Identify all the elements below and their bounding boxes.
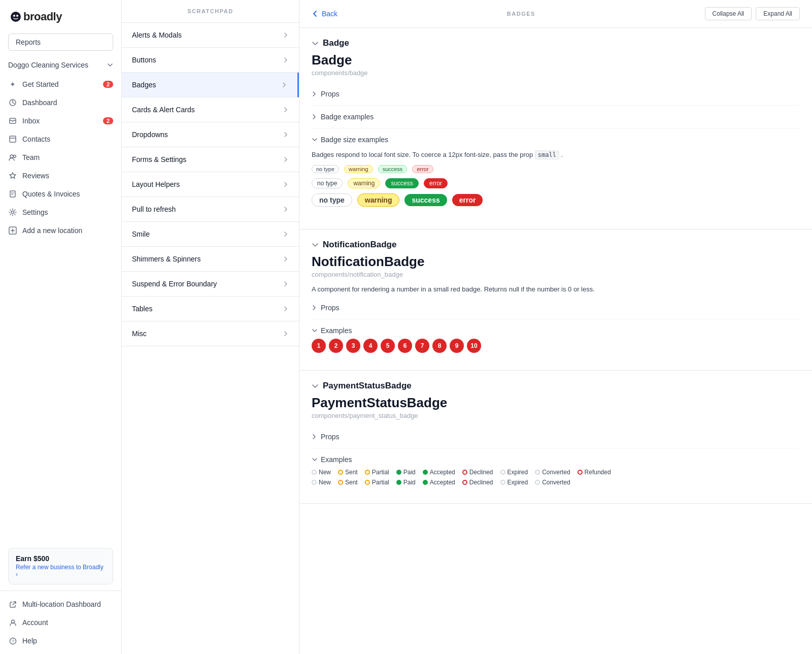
earn-subtitle[interactable]: Refer a new business to Broadly › — [16, 564, 106, 578]
collapse-all-button[interactable]: Collapse All — [705, 7, 752, 20]
svg-point-0 — [11, 12, 21, 22]
scratchpad-item-forms[interactable]: Forms & Settings — [122, 147, 299, 172]
declined-dot-2 — [462, 480, 467, 485]
reports-button[interactable]: Reports — [8, 34, 113, 51]
scratchpad-item-misc[interactable]: Misc — [122, 321, 299, 346]
logo-text: broadly — [23, 10, 62, 23]
sidebar-item-contacts[interactable]: Contacts — [0, 130, 121, 148]
sidebar-item-label: Multi-location Dashboard — [22, 600, 101, 608]
payment-label: Refunded — [585, 469, 611, 476]
sidebar-item-help[interactable]: ? Help — [0, 632, 121, 650]
payment-item-accepted-2: Accepted — [423, 479, 455, 486]
expand-all-button[interactable]: Expand All — [756, 7, 800, 20]
payment-item-paid: Paid — [396, 469, 416, 476]
payment-badge-section-header[interactable]: PaymentStatusBadge — [312, 381, 800, 391]
payment-examples-toggle[interactable]: Examples — [312, 455, 800, 464]
scratchpad-item-badges[interactable]: Badges — [122, 73, 299, 97]
notif-circle-6: 6 — [398, 339, 412, 353]
sidebar-item-label: Help — [22, 637, 37, 645]
sidebar-item-add-location[interactable]: Add a new location — [0, 221, 121, 240]
reviews-icon — [8, 171, 17, 180]
svg-point-7 — [10, 155, 13, 158]
content-header: Back BADGES Collapse All Expand All — [299, 0, 812, 28]
badge-examples-toggle[interactable]: Badge examples — [312, 113, 800, 121]
notif-props-toggle[interactable]: Props — [312, 304, 800, 312]
scratchpad-item-label: Tables — [132, 305, 152, 313]
sidebar-item-quotes-invoices[interactable]: Quotes & Invoices — [0, 185, 121, 203]
badge-props-toggle[interactable]: Props — [312, 90, 800, 98]
badge-no-type-md: no type — [312, 178, 343, 188]
payment-label: New — [319, 469, 331, 476]
scratchpad-item-shimmers[interactable]: Shimmers & Spinners — [122, 247, 299, 272]
payment-label: Expired — [507, 469, 528, 476]
account-icon — [8, 618, 17, 627]
payment-item-converted-2: Converted — [535, 479, 570, 486]
payment-item-partial-2: Partial — [365, 479, 389, 486]
payment-item-sent: Sent — [338, 469, 358, 476]
scratchpad-item-buttons[interactable]: Buttons — [122, 48, 299, 73]
payment-props-toggle[interactable]: Props — [312, 433, 800, 441]
payment-item-new: New — [312, 469, 331, 476]
sidebar-item-settings[interactable]: Settings — [0, 203, 121, 221]
sent-dot-2 — [338, 480, 343, 485]
partial-dot — [365, 470, 370, 475]
sidebar-item-dashboard[interactable]: Dashboard — [0, 93, 121, 112]
badge-section-header[interactable]: Badge — [312, 38, 800, 48]
chevron-right-icon — [283, 132, 289, 138]
scratchpad-item-layout[interactable]: Layout Helpers — [122, 172, 299, 197]
sidebar-item-get-started[interactable]: ✦ Get Started 2 — [0, 75, 121, 93]
payment-label: Paid — [403, 469, 416, 476]
scratchpad-item-dropdowns[interactable]: Dropdowns — [122, 122, 299, 147]
badge-row-small: no type warning success error — [312, 165, 800, 173]
sidebar-item-multi-location[interactable]: Multi-location Dashboard — [0, 595, 121, 613]
chevron-down-icon — [312, 328, 318, 334]
svg-point-12 — [12, 211, 14, 214]
inbox-badge: 2 — [103, 117, 113, 124]
svg-rect-9 — [10, 191, 15, 197]
paid-dot-2 — [396, 480, 401, 485]
svg-point-1 — [13, 15, 15, 17]
notif-circle-3: 3 — [346, 339, 360, 353]
scratchpad-item-label: Layout Helpers — [132, 180, 180, 188]
chevron-right-icon — [283, 156, 289, 162]
sidebar-item-team[interactable]: Team — [0, 148, 121, 167]
chevron-right-icon — [283, 331, 289, 337]
sidebar: broadly Reports Doggo Cleaning Services … — [0, 0, 122, 654]
back-link[interactable]: Back — [312, 10, 337, 18]
earn-title: Earn $500 — [16, 554, 106, 563]
scratchpad-item-label: Pull to refresh — [132, 205, 176, 213]
notif-circle-7: 7 — [415, 339, 429, 353]
sidebar-item-inbox[interactable]: Inbox 2 — [0, 112, 121, 130]
payment-label: Converted — [542, 479, 570, 486]
payment-item-expired: Expired — [500, 469, 528, 476]
new-dot-2 — [312, 480, 317, 485]
scratchpad-item-cards[interactable]: Cards & Alert Cards — [122, 97, 299, 122]
refunded-dot — [578, 470, 583, 475]
notif-circle-10: 10 — [467, 339, 481, 353]
badge-size-toggle[interactable]: Badge size examples — [312, 136, 800, 144]
notif-circle-4: 4 — [363, 339, 378, 353]
scratchpad-item-pull-refresh[interactable]: Pull to refresh — [122, 197, 299, 222]
scratchpad-item-smile[interactable]: Smile — [122, 222, 299, 247]
payment-status-row-2: New Sent Partial Paid — [312, 479, 800, 486]
notif-examples-toggle[interactable]: Examples — [312, 326, 800, 335]
scratchpad-item-suspend[interactable]: Suspend & Error Boundary — [122, 272, 299, 297]
notif-badge-section-header[interactable]: NotificationBadge — [312, 240, 800, 250]
sent-dot — [338, 470, 343, 475]
scratchpad-item-alerts[interactable]: Alerts & Modals — [122, 23, 299, 48]
payment-props-subsection: Props — [312, 426, 800, 448]
sidebar-item-account[interactable]: Account — [0, 613, 121, 632]
svg-point-2 — [16, 15, 18, 17]
sidebar-item-reviews[interactable]: Reviews — [0, 167, 121, 185]
logo-icon — [10, 11, 21, 22]
scratchpad-item-label: Buttons — [132, 56, 156, 64]
sidebar-item-label: Contacts — [22, 135, 50, 143]
org-selector[interactable]: Doggo Cleaning Services — [0, 57, 121, 73]
badge-examples-subsection: Badge examples — [312, 106, 800, 128]
scratchpad-item-label: Badges — [132, 81, 156, 89]
sidebar-item-label: Dashboard — [22, 99, 57, 107]
badge-warning-md: warning — [348, 178, 380, 188]
notif-badge-section-title: NotificationBadge — [323, 240, 396, 250]
org-name: Doggo Cleaning Services — [8, 61, 88, 69]
scratchpad-item-tables[interactable]: Tables — [122, 297, 299, 321]
